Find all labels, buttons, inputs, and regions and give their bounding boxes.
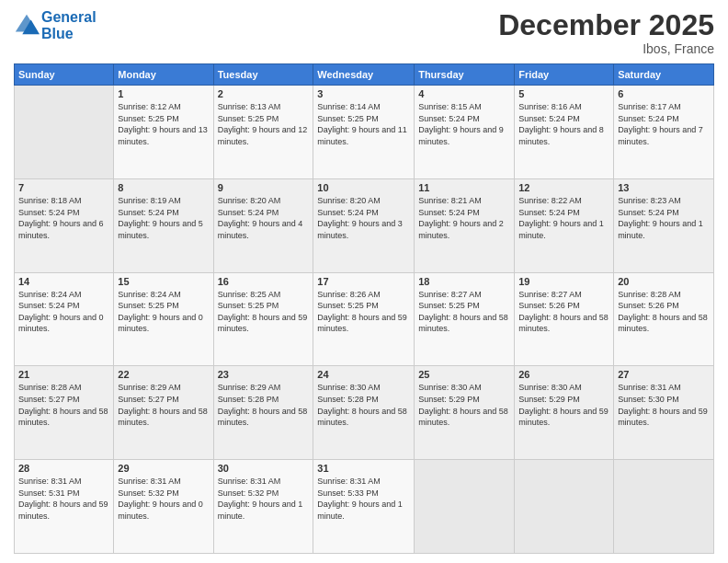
calendar-day-header: Monday (114, 64, 213, 86)
day-number: 12 (518, 182, 609, 193)
day-number: 1 (118, 88, 209, 99)
calendar-cell: 2Sunrise: 8:13 AMSunset: 5:25 PMDaylight… (213, 86, 313, 179)
calendar-cell: 27Sunrise: 8:31 AMSunset: 5:30 PMDayligh… (614, 366, 714, 460)
calendar-cell: 23Sunrise: 8:29 AMSunset: 5:28 PMDayligh… (213, 366, 313, 460)
logo: General Blue (14, 9, 97, 42)
calendar-cell: 20Sunrise: 8:28 AMSunset: 5:26 PMDayligh… (614, 272, 714, 366)
calendar-cell: 21Sunrise: 8:28 AMSunset: 5:27 PMDayligh… (15, 366, 114, 460)
day-number: 13 (618, 182, 710, 193)
day-info: Sunrise: 8:17 AMSunset: 5:24 PMDaylight:… (618, 101, 710, 147)
calendar-cell: 25Sunrise: 8:30 AMSunset: 5:29 PMDayligh… (415, 366, 515, 460)
day-info: Sunrise: 8:19 AMSunset: 5:24 PMDaylight:… (118, 195, 209, 241)
day-info: Sunrise: 8:28 AMSunset: 5:26 PMDaylight:… (618, 289, 710, 335)
calendar-week-row: 1Sunrise: 8:12 AMSunset: 5:25 PMDaylight… (15, 86, 714, 179)
calendar: SundayMondayTuesdayWednesdayThursdayFrid… (14, 63, 714, 554)
calendar-cell: 24Sunrise: 8:30 AMSunset: 5:28 PMDayligh… (313, 366, 415, 460)
calendar-cell: 31Sunrise: 8:31 AMSunset: 5:33 PMDayligh… (313, 460, 415, 554)
day-number: 3 (317, 88, 410, 99)
location: Ibos, France (498, 41, 714, 56)
day-info: Sunrise: 8:21 AMSunset: 5:24 PMDaylight:… (418, 195, 510, 241)
calendar-cell: 8Sunrise: 8:19 AMSunset: 5:24 PMDaylight… (114, 178, 213, 272)
calendar-cell: 10Sunrise: 8:20 AMSunset: 5:24 PMDayligh… (313, 178, 415, 272)
calendar-cell: 12Sunrise: 8:22 AMSunset: 5:24 PMDayligh… (515, 178, 614, 272)
day-info: Sunrise: 8:27 AMSunset: 5:25 PMDaylight:… (418, 289, 510, 335)
calendar-day-header: Sunday (15, 64, 114, 86)
day-number: 16 (218, 276, 310, 287)
calendar-cell (614, 460, 714, 554)
calendar-day-header: Friday (515, 64, 614, 86)
title-area: December 2025 Ibos, France (498, 9, 714, 56)
day-number: 21 (18, 369, 109, 380)
calendar-week-row: 28Sunrise: 8:31 AMSunset: 5:31 PMDayligh… (15, 460, 714, 554)
day-number: 24 (317, 369, 410, 380)
day-info: Sunrise: 8:24 AMSunset: 5:24 PMDaylight:… (18, 289, 109, 335)
calendar-cell: 18Sunrise: 8:27 AMSunset: 5:25 PMDayligh… (415, 272, 515, 366)
calendar-cell: 17Sunrise: 8:26 AMSunset: 5:25 PMDayligh… (313, 272, 415, 366)
day-info: Sunrise: 8:24 AMSunset: 5:25 PMDaylight:… (118, 289, 209, 335)
day-info: Sunrise: 8:23 AMSunset: 5:24 PMDaylight:… (618, 195, 710, 241)
logo-text-line1: General (41, 9, 97, 26)
day-info: Sunrise: 8:31 AMSunset: 5:32 PMDaylight:… (218, 476, 310, 522)
day-info: Sunrise: 8:28 AMSunset: 5:27 PMDaylight:… (18, 382, 109, 428)
calendar-cell (15, 86, 114, 179)
calendar-day-header: Thursday (415, 64, 515, 86)
day-info: Sunrise: 8:26 AMSunset: 5:25 PMDaylight:… (317, 289, 410, 335)
calendar-cell: 1Sunrise: 8:12 AMSunset: 5:25 PMDaylight… (114, 86, 213, 179)
day-number: 27 (618, 369, 710, 380)
calendar-cell (415, 460, 515, 554)
day-info: Sunrise: 8:31 AMSunset: 5:33 PMDaylight:… (317, 476, 410, 522)
day-info: Sunrise: 8:18 AMSunset: 5:24 PMDaylight:… (18, 195, 109, 241)
day-info: Sunrise: 8:15 AMSunset: 5:24 PMDaylight:… (418, 101, 510, 147)
day-info: Sunrise: 8:20 AMSunset: 5:24 PMDaylight:… (218, 195, 310, 241)
header: General Blue December 2025 Ibos, France (14, 9, 714, 56)
calendar-cell: 28Sunrise: 8:31 AMSunset: 5:31 PMDayligh… (15, 460, 114, 554)
calendar-day-header: Wednesday (313, 64, 415, 86)
calendar-cell: 14Sunrise: 8:24 AMSunset: 5:24 PMDayligh… (15, 272, 114, 366)
logo-general: General (41, 9, 97, 25)
calendar-cell: 22Sunrise: 8:29 AMSunset: 5:27 PMDayligh… (114, 366, 213, 460)
day-info: Sunrise: 8:12 AMSunset: 5:25 PMDaylight:… (118, 101, 209, 147)
day-info: Sunrise: 8:22 AMSunset: 5:24 PMDaylight:… (518, 195, 609, 241)
day-info: Sunrise: 8:14 AMSunset: 5:25 PMDaylight:… (317, 101, 410, 147)
day-info: Sunrise: 8:27 AMSunset: 5:26 PMDaylight:… (518, 289, 609, 335)
day-number: 4 (418, 88, 510, 99)
calendar-day-header: Tuesday (213, 64, 313, 86)
day-info: Sunrise: 8:29 AMSunset: 5:27 PMDaylight:… (118, 382, 209, 428)
day-info: Sunrise: 8:25 AMSunset: 5:25 PMDaylight:… (218, 289, 310, 335)
logo-icon (14, 13, 40, 39)
page: General Blue December 2025 Ibos, France … (0, 0, 728, 563)
calendar-cell (515, 460, 614, 554)
day-number: 26 (518, 369, 609, 380)
day-number: 8 (118, 182, 209, 193)
calendar-cell: 13Sunrise: 8:23 AMSunset: 5:24 PMDayligh… (614, 178, 714, 272)
day-number: 10 (317, 182, 410, 193)
day-number: 6 (618, 88, 710, 99)
calendar-cell: 26Sunrise: 8:30 AMSunset: 5:29 PMDayligh… (515, 366, 614, 460)
day-number: 11 (418, 182, 510, 193)
calendar-cell: 4Sunrise: 8:15 AMSunset: 5:24 PMDaylight… (415, 86, 515, 179)
calendar-cell: 5Sunrise: 8:16 AMSunset: 5:24 PMDaylight… (515, 86, 614, 179)
day-number: 17 (317, 276, 410, 287)
calendar-cell: 15Sunrise: 8:24 AMSunset: 5:25 PMDayligh… (114, 272, 213, 366)
calendar-cell: 6Sunrise: 8:17 AMSunset: 5:24 PMDaylight… (614, 86, 714, 179)
calendar-week-row: 7Sunrise: 8:18 AMSunset: 5:24 PMDaylight… (15, 178, 714, 272)
day-number: 30 (218, 463, 310, 474)
day-info: Sunrise: 8:30 AMSunset: 5:28 PMDaylight:… (317, 382, 410, 428)
calendar-cell: 11Sunrise: 8:21 AMSunset: 5:24 PMDayligh… (415, 178, 515, 272)
calendar-cell: 9Sunrise: 8:20 AMSunset: 5:24 PMDaylight… (213, 178, 313, 272)
day-number: 9 (218, 182, 310, 193)
day-number: 25 (418, 369, 510, 380)
day-number: 18 (418, 276, 510, 287)
day-number: 28 (18, 463, 109, 474)
month-title: December 2025 (498, 9, 714, 41)
day-info: Sunrise: 8:20 AMSunset: 5:24 PMDaylight:… (317, 195, 410, 241)
day-info: Sunrise: 8:29 AMSunset: 5:28 PMDaylight:… (218, 382, 310, 428)
day-number: 5 (518, 88, 609, 99)
day-number: 29 (118, 463, 209, 474)
day-number: 23 (218, 369, 310, 380)
day-info: Sunrise: 8:31 AMSunset: 5:31 PMDaylight:… (18, 476, 109, 522)
calendar-day-header: Saturday (614, 64, 714, 86)
day-info: Sunrise: 8:16 AMSunset: 5:24 PMDaylight:… (518, 101, 609, 147)
day-number: 20 (618, 276, 710, 287)
day-info: Sunrise: 8:30 AMSunset: 5:29 PMDaylight:… (418, 382, 510, 428)
